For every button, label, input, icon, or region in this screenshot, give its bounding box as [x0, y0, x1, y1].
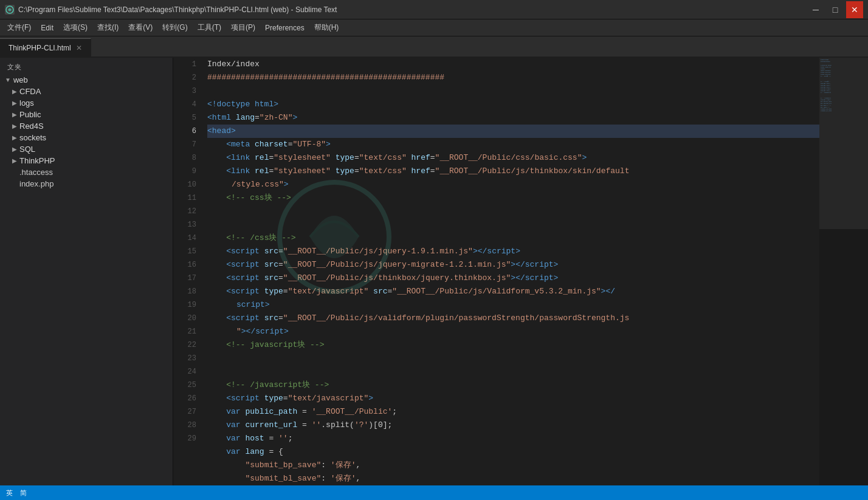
line-num-1: 1: [173, 58, 196, 71]
folder-arrow-sql: ▶: [12, 146, 17, 152]
code-line-8: <link rel="stylesheet" type="text/css" h…: [207, 151, 819, 165]
menu-file[interactable]: 文件(F): [2, 20, 36, 35]
code-line-29: "submit_bl_save": '保存',: [207, 472, 819, 485]
status-input-method[interactable]: 简: [20, 488, 27, 498]
sidebar-folder-label-cfda: CFDA: [19, 87, 41, 96]
sidebar-folder-public[interactable]: ▶ Public: [0, 109, 173, 120]
code-line-7: <meta charset="UTF-8">: [207, 138, 819, 151]
line-num-18: 18: [173, 285, 196, 298]
line-num-6: 6: [173, 125, 196, 138]
line-num-16: 16: [173, 258, 196, 272]
sidebar-file-index[interactable]: index.php: [0, 178, 173, 190]
code-editor[interactable]: Index/index ############################…: [202, 58, 819, 485]
code-line-20: [207, 352, 819, 365]
menu-options[interactable]: 选项(S): [58, 20, 92, 35]
window-controls[interactable]: ─ □ ✕: [807, 1, 863, 18]
sidebar-folder-red4s[interactable]: ▶ Red4S: [0, 120, 173, 132]
sidebar-folder-web[interactable]: ▼ web: [0, 74, 173, 86]
line-num-2: 2: [173, 71, 196, 84]
line-num-26: 26: [173, 392, 196, 405]
sidebar-folder-cfda[interactable]: ▶ CFDA: [0, 86, 173, 97]
menu-edit[interactable]: Edit: [36, 21, 58, 35]
sidebar-folder-label-web: web: [13, 75, 28, 84]
folder-arrow-sockets: ▶: [12, 134, 17, 141]
line-num-22: 22: [173, 338, 196, 352]
menu-project[interactable]: 项目(P): [226, 20, 260, 35]
line-num-25: 25: [173, 378, 196, 392]
close-button[interactable]: ✕: [846, 1, 863, 18]
sidebar-file-label-index: index.php: [19, 179, 53, 188]
line-num-23: 23: [173, 352, 196, 365]
sidebar-file-label-htaccess: .htaccess: [19, 168, 53, 177]
code-line-16: <script src="__ROOT__/Public/js/thinkbox…: [207, 272, 819, 285]
folder-arrow-web: ▼: [5, 77, 11, 83]
sidebar-title: 文夹: [0, 58, 173, 74]
maximize-button[interactable]: □: [827, 1, 844, 18]
sidebar-folder-label-thinkphp: ThinkPHP: [19, 156, 55, 165]
menu-preferences[interactable]: Preferences: [260, 21, 309, 35]
sidebar-file-htaccess[interactable]: .htaccess: [0, 166, 173, 178]
code-line-13: <!-- /css块 -->: [207, 231, 819, 245]
folder-arrow-cfda: ▶: [12, 88, 17, 95]
line-num-13: 13: [173, 218, 196, 231]
code-line-14: <script src="__ROOT__/Public/js/jquery-1…: [207, 245, 819, 258]
main-area: 文夹 ▼ web ▶ CFDA ▶ logs ▶ Public ▶ Red4S …: [0, 58, 868, 485]
code-line-17: <script type="text/javascript" src="__RO…: [207, 285, 819, 312]
code-line-21: [207, 365, 819, 378]
line-num-24: 24: [173, 365, 196, 378]
sidebar-folder-label-logs: logs: [19, 98, 34, 108]
menu-find[interactable]: 查找(I): [92, 20, 123, 35]
line-num-19: 19: [173, 298, 196, 312]
tab-label: ThinkPHP-CLI.html: [9, 44, 71, 52]
code-line-25: var current_url = ''.split('?')[0];: [207, 419, 819, 432]
menu-tools[interactable]: 工具(T): [193, 20, 226, 35]
line-num-9: 9: [173, 165, 196, 178]
line-num-15: 15: [173, 245, 196, 258]
sidebar-folder-label-sockets: sockets: [19, 133, 46, 142]
sidebar-folder-thinkphp[interactable]: ▶ ThinkPHP: [0, 155, 173, 166]
code-line-10: <!-- css块 -->: [207, 191, 819, 205]
line-num-28: 28: [173, 419, 196, 432]
sidebar-folder-label-red4s: Red4S: [19, 122, 44, 131]
line-num-3: 3: [173, 84, 196, 98]
sidebar-folder-sockets[interactable]: ▶ sockets: [0, 132, 173, 143]
line-num-5: 5: [173, 111, 196, 125]
sidebar: 文夹 ▼ web ▶ CFDA ▶ logs ▶ Public ▶ Red4S …: [0, 58, 173, 485]
titlebar-left: C:\Program Files\Sublime Text3\Data\Pack…: [5, 5, 337, 15]
menu-view[interactable]: 查看(V): [123, 20, 157, 35]
tab-thinkphp-cli[interactable]: ThinkPHP-CLI.html ✕: [0, 38, 91, 57]
code-line-18: <script src="__ROOT__/Public/js/validfor…: [207, 312, 819, 338]
line-num-4: 4: [173, 98, 196, 111]
code-line-24: var public_path = '__ROOT__/Public';: [207, 405, 819, 419]
line-num-11: 11: [173, 191, 196, 205]
sidebar-folder-label-sql: SQL: [19, 145, 35, 154]
folder-arrow-public: ▶: [12, 111, 17, 118]
code-line-26: var host = '';: [207, 432, 819, 445]
folder-arrow-logs: ▶: [12, 100, 17, 106]
sidebar-folder-sql[interactable]: ▶ SQL: [0, 143, 173, 155]
tab-close-button[interactable]: ✕: [76, 44, 82, 52]
minimap-viewport: [819, 58, 868, 229]
code-line-3: [207, 84, 819, 98]
line-num-29: 29: [173, 432, 196, 445]
line-num-17: 17: [173, 272, 196, 285]
status-lang[interactable]: 英: [6, 488, 13, 498]
code-line-19: <!-- javascript块 -->: [207, 338, 819, 352]
minimize-button[interactable]: ─: [807, 1, 824, 18]
sidebar-folder-logs[interactable]: ▶ logs: [0, 97, 173, 109]
line-num-27: 27: [173, 405, 196, 419]
statusbar: 英 简: [0, 485, 868, 500]
line-numbers: 1 2 3 4 5 6 7 8 9 10 11 12 13 14 15 16 1…: [173, 58, 202, 485]
app-icon: [5, 5, 15, 15]
folder-arrow-red4s: ▶: [12, 123, 17, 129]
menu-help[interactable]: 帮助(H): [309, 20, 344, 35]
menu-goto[interactable]: 转到(G): [157, 20, 192, 35]
code-line-6: <head>: [207, 125, 819, 138]
code-line-9: <link rel="stylesheet" type="text/css" h…: [207, 165, 819, 191]
sidebar-folder-label-public: Public: [19, 110, 41, 119]
code-line-22: <!-- /javascript块 -->: [207, 378, 819, 392]
folder-arrow-thinkphp: ▶: [12, 157, 17, 164]
menubar: 文件(F) Edit 选项(S) 查找(I) 查看(V) 转到(G) 工具(T)…: [0, 19, 868, 36]
window-title: C:\Program Files\Sublime Text3\Data\Pack…: [18, 5, 337, 14]
minimap: Index/index ############# <!doctype html…: [819, 58, 868, 485]
